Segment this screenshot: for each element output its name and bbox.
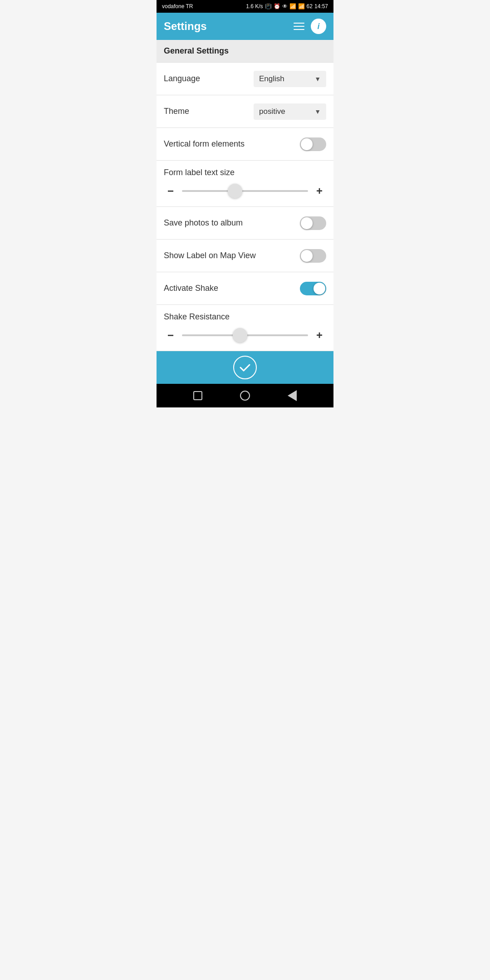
theme-label: Theme — [164, 107, 189, 116]
language-value: English — [259, 74, 284, 83]
form-label-text-size-thumb[interactable] — [228, 184, 242, 198]
info-button[interactable]: i — [311, 19, 326, 34]
language-row: Language English ▼ — [157, 63, 333, 95]
language-dropdown[interactable]: English ▼ — [254, 71, 326, 87]
save-photos-thumb — [301, 217, 313, 229]
section-header: General Settings — [157, 40, 333, 63]
signal-icon: 📶 — [298, 3, 305, 10]
shake-resistance-track[interactable] — [182, 334, 308, 336]
status-icons: 1.6 K/s 📳 ⏰ 👁 📶 📶 62 14:57 — [246, 3, 328, 10]
activate-shake-thumb — [314, 283, 325, 294]
vertical-form-elements-track — [300, 137, 326, 151]
vibrate-icon: 📳 — [265, 3, 272, 10]
checkmark-icon — [239, 361, 251, 374]
form-label-text-size-plus[interactable]: + — [313, 185, 326, 197]
back-button[interactable] — [288, 390, 297, 401]
carrier-text: vodafone TR — [162, 3, 193, 10]
menu-button[interactable] — [294, 23, 304, 30]
activate-shake-row: Activate Shake — [157, 272, 333, 305]
shake-resistance-slider-row: − + — [164, 329, 326, 342]
activate-shake-toggle[interactable] — [300, 282, 326, 295]
speed-text: 1.6 K/s — [246, 3, 263, 10]
app-bar: Settings i — [157, 13, 333, 40]
time-text: 14:57 — [314, 3, 328, 10]
recents-button[interactable] — [193, 391, 202, 400]
theme-dropdown-arrow: ▼ — [314, 108, 321, 115]
language-dropdown-arrow: ▼ — [314, 75, 321, 83]
shake-resistance-label: Shake Resistance — [164, 312, 326, 322]
settings-container: Language English ▼ Theme positive ▼ Vert… — [157, 63, 333, 351]
show-label-map-label: Show Label on Map View — [164, 251, 256, 260]
app-bar-actions: i — [294, 19, 326, 34]
theme-value: positive — [259, 107, 285, 116]
vertical-form-elements-row: Vertical form elements — [157, 128, 333, 161]
form-label-text-size-section: Form label text size − + — [157, 161, 333, 207]
shake-resistance-thumb[interactable] — [233, 328, 247, 343]
status-bar: vodafone TR 1.6 K/s 📳 ⏰ 👁 📶 📶 62 14:57 — [157, 0, 333, 13]
bottom-action-bar — [157, 351, 333, 384]
save-photos-row: Save photos to album — [157, 207, 333, 240]
battery-text: 62 — [307, 3, 313, 10]
nav-bar — [157, 384, 333, 407]
show-label-map-thumb — [301, 250, 313, 262]
shake-resistance-plus[interactable]: + — [313, 329, 326, 342]
activate-shake-track — [300, 282, 326, 295]
show-label-map-row: Show Label on Map View — [157, 240, 333, 272]
theme-row: Theme positive ▼ — [157, 95, 333, 128]
save-photos-track — [300, 216, 326, 230]
show-label-map-toggle[interactable] — [300, 249, 326, 263]
shake-resistance-section: Shake Resistance − + — [157, 305, 333, 351]
home-button[interactable] — [240, 391, 250, 401]
wifi-icon: 📶 — [289, 3, 296, 10]
form-label-text-size-track[interactable] — [182, 190, 308, 192]
alarm-icon: ⏰ — [274, 3, 280, 10]
show-label-map-track — [300, 249, 326, 263]
vertical-form-elements-toggle[interactable] — [300, 137, 326, 151]
confirm-button[interactable] — [233, 356, 257, 379]
language-label: Language — [164, 74, 200, 83]
eye-icon: 👁 — [282, 3, 288, 10]
form-label-text-size-slider-row: − + — [164, 185, 326, 197]
save-photos-label: Save photos to album — [164, 218, 243, 228]
form-label-text-size-label: Form label text size — [164, 168, 326, 177]
activate-shake-label: Activate Shake — [164, 284, 218, 293]
theme-dropdown[interactable]: positive ▼ — [254, 103, 326, 120]
vertical-form-elements-thumb — [301, 138, 313, 150]
save-photos-toggle[interactable] — [300, 216, 326, 230]
vertical-form-elements-label: Vertical form elements — [164, 139, 245, 149]
shake-resistance-minus[interactable]: − — [164, 329, 177, 342]
form-label-text-size-minus[interactable]: − — [164, 185, 177, 197]
page-title: Settings — [164, 20, 207, 33]
